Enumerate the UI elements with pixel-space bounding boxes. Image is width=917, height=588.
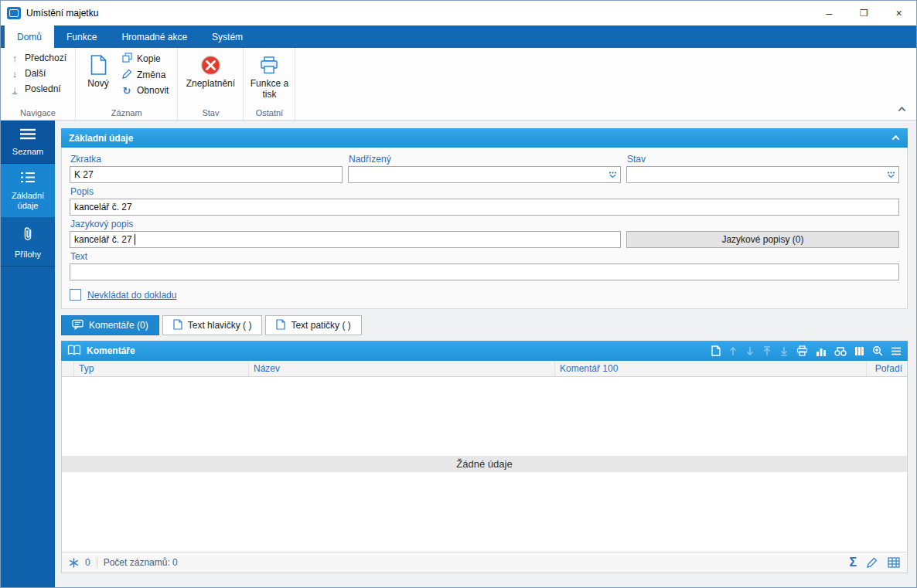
maximize-button[interactable]: ❒ <box>847 1 881 25</box>
marked-records-icon <box>69 558 79 568</box>
stav-dropdown-button[interactable] <box>884 168 898 182</box>
comments-grid: Komentáře <box>61 341 908 573</box>
window-controls: – ❒ × <box>812 1 916 25</box>
document-icon <box>90 54 107 76</box>
grid-header: Komentáře <box>61 341 908 361</box>
tab-text-hlavicky[interactable]: Text hlavičky ( ) <box>162 315 263 335</box>
grid-title: Komentáře <box>87 345 135 356</box>
tab-text-paticky[interactable]: Text patičky ( ) <box>265 315 361 335</box>
search-binoculars-icon[interactable] <box>834 346 847 356</box>
move-down-icon[interactable] <box>745 346 755 356</box>
invalidate-button[interactable]: Zneplatnění <box>182 50 239 91</box>
ribbon-group-ostatni: Funkce a tisk Ostatní <box>244 48 295 120</box>
text-caret <box>135 234 135 245</box>
ribbon-tab-hromadne-akce[interactable]: Hromadné akce <box>109 25 199 48</box>
dropdown-icon <box>608 172 617 178</box>
document-icon <box>276 319 285 332</box>
popis-input[interactable] <box>70 199 899 216</box>
jazykovy-popis-input[interactable] <box>70 231 621 248</box>
functions-print-button[interactable]: Funkce a tisk <box>247 50 291 102</box>
zoom-icon[interactable] <box>872 345 883 356</box>
nadrizeny-label: Nadřízený <box>349 154 621 165</box>
title-bar: Umístění majetku – ❒ × <box>1 1 916 25</box>
last-button[interactable]: ↓ Poslední <box>5 81 71 97</box>
record-count: Počet záznamů: 0 <box>104 557 178 568</box>
ribbon-tab-funkce[interactable]: Funkce <box>54 25 109 48</box>
hamburger-icon <box>19 128 36 142</box>
ribbon-group-stav: Zneplatnění Stav <box>178 48 244 120</box>
ribbon: ↑ Předchozí ↓ Další ↓ Poslední Navigace <box>1 48 916 121</box>
new-row-icon[interactable] <box>711 345 721 356</box>
ribbon-group-zaznam: Nový Kopie Změna <box>76 48 178 120</box>
sidebar-item-seznam[interactable]: Seznam <box>1 121 55 164</box>
popis-label: Popis <box>70 186 899 197</box>
columns-icon[interactable] <box>854 346 864 356</box>
stav-input[interactable] <box>626 166 899 183</box>
group-label-stav: Stav <box>182 106 239 119</box>
grid-footer: 0 Počet záznamů: 0 Σ <box>62 552 907 573</box>
grid-body: Žádné údaje <box>62 377 907 552</box>
pencil-icon <box>121 69 132 80</box>
marked-count: 0 <box>85 557 90 568</box>
chevron-up-icon <box>898 106 905 114</box>
text-label: Text <box>70 251 899 262</box>
ribbon-collapse-button[interactable] <box>895 104 908 114</box>
footer-divider <box>97 557 97 568</box>
group-label-ostatni: Ostatní <box>247 106 291 119</box>
red-x-circle-icon <box>200 54 221 76</box>
move-up-icon[interactable] <box>728 346 738 356</box>
zkratka-input[interactable] <box>70 166 343 183</box>
grid-column-header: Typ Název Komentář 100 Pořadí <box>62 361 907 377</box>
arrow-up-icon: ↑ <box>9 53 20 63</box>
main-content: Základní údaje Zkratka Nadřízený <box>55 121 916 587</box>
column-header-poradi[interactable]: Pořadí <box>867 361 907 376</box>
book-icon <box>67 345 81 358</box>
nadrizeny-input[interactable] <box>348 166 621 183</box>
nevkladat-checkbox[interactable] <box>70 289 81 301</box>
move-last-icon[interactable] <box>779 346 789 356</box>
panel-body: Zkratka Nadřízený Stav <box>61 148 908 309</box>
refresh-icon: ↻ <box>121 86 132 96</box>
next-button[interactable]: ↓ Další <box>5 66 71 81</box>
jazykovy-popis-label: Jazykový popis <box>70 219 899 229</box>
close-button[interactable]: × <box>881 1 916 25</box>
column-header-komentar[interactable]: Komentář 100 <box>555 361 867 376</box>
refresh-button[interactable]: ↻ Obnovit <box>117 83 173 98</box>
copy-button[interactable]: Kopie <box>117 50 173 66</box>
sidebar-item-zakladni-udaje[interactable]: Základní údaje <box>1 164 55 218</box>
sidebar-item-prilohy[interactable]: Přílohy <box>1 218 55 267</box>
grid-settings-icon[interactable] <box>888 557 900 568</box>
no-data-banner: Žádné údaje <box>62 456 907 472</box>
jazykove-popisy-button[interactable]: Jazykové popisy (0) <box>626 231 899 248</box>
column-header-typ[interactable]: Typ <box>74 361 249 376</box>
list-icon <box>20 172 36 185</box>
panel-collapse-button[interactable] <box>885 130 905 146</box>
window-title: Umístění majetku <box>26 8 812 19</box>
stav-label: Stav <box>627 154 899 165</box>
grid-toolbar <box>711 345 902 356</box>
document-icon <box>173 319 182 332</box>
comment-icon <box>72 319 84 332</box>
edit-icon[interactable] <box>867 557 878 568</box>
chart-icon[interactable] <box>816 346 827 356</box>
column-header-nazev[interactable]: Název <box>249 361 555 376</box>
move-first-icon[interactable] <box>762 346 772 356</box>
panel-header-zakladni-udaje: Základní údaje <box>61 128 908 148</box>
dropdown-icon <box>887 172 895 178</box>
print-icon[interactable] <box>796 345 808 356</box>
app-window: Umístění majetku – ❒ × Domů Funkce Hroma… <box>0 0 917 588</box>
nadrizeny-dropdown-button[interactable] <box>605 168 619 182</box>
new-record-button[interactable]: Nový <box>80 50 117 91</box>
prev-button[interactable]: ↑ Předchozí <box>5 50 71 66</box>
group-label-zaznam: Záznam <box>80 106 173 119</box>
ribbon-tab-system[interactable]: Systém <box>199 25 255 48</box>
menu-icon[interactable] <box>891 347 902 355</box>
nevkladat-checkbox-label[interactable]: Nevkládat do dokladu <box>87 290 176 301</box>
sum-icon[interactable]: Σ <box>849 556 857 569</box>
panel-title: Základní údaje <box>69 133 885 144</box>
change-button[interactable]: Změna <box>117 66 173 83</box>
ribbon-tab-domu[interactable]: Domů <box>5 25 54 48</box>
minimize-button[interactable]: – <box>812 1 847 25</box>
text-input[interactable] <box>70 263 899 280</box>
tab-komentare[interactable]: Komentáře (0) <box>61 315 159 335</box>
